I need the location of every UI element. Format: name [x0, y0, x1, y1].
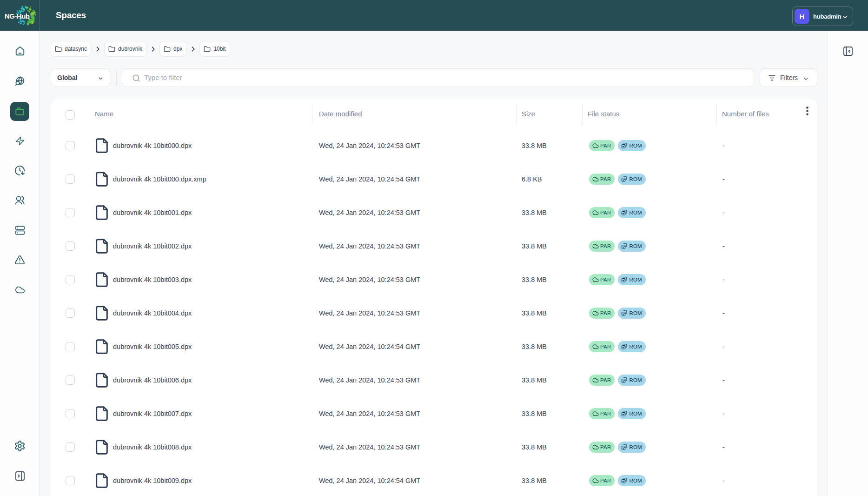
svg-text:NG-Hub: NG-Hub [5, 12, 30, 20]
svg-text:TM: TM [27, 17, 31, 20]
